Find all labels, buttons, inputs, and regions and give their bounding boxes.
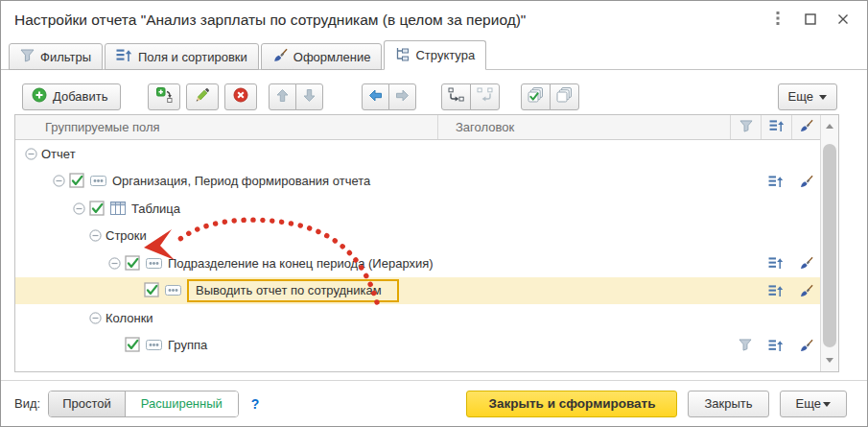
move-right-button[interactable] <box>388 83 416 110</box>
column-header-group-fields: Группируемые поля <box>15 115 438 139</box>
toolbar-more-button[interactable]: Еще <box>778 83 837 110</box>
scroll-down-icon[interactable] <box>826 358 833 367</box>
move-up-button[interactable] <box>269 83 296 110</box>
column-header-appearance <box>791 115 820 139</box>
footer-buttons: Закрыть и сформировать Закрыть Еще <box>466 391 847 417</box>
expander-icon[interactable] <box>108 257 121 270</box>
footer-more-button[interactable]: Еще <box>780 391 847 417</box>
close-form-button[interactable]: Закрыть <box>688 391 768 417</box>
table-header: Группируемые поля Заголовок <box>15 115 820 140</box>
expander-icon[interactable] <box>25 148 37 160</box>
brush-icon <box>799 119 813 135</box>
tree-indent <box>15 208 73 209</box>
filter-cell <box>730 332 761 360</box>
checkbox[interactable] <box>125 337 141 353</box>
check-all-button[interactable] <box>521 83 551 110</box>
fields-sort-cell[interactable] <box>761 277 791 305</box>
view-mode-label: Вид: <box>14 396 40 411</box>
appearance-cell[interactable] <box>791 332 820 360</box>
tab-label: Оформление <box>293 50 371 64</box>
ungroup-button[interactable] <box>470 83 500 110</box>
close-and-generate-button[interactable]: Закрыть и сформировать <box>466 391 677 417</box>
view-mode-advanced-button[interactable]: Расширенный <box>125 391 238 416</box>
help-link[interactable]: ? <box>251 396 260 412</box>
tab-filters[interactable]: Фильтры <box>9 43 103 70</box>
tab-label: Структура <box>415 48 475 62</box>
tree-row[interactable]: Отчет <box>15 140 820 168</box>
uncheck-all-button[interactable] <box>550 83 579 110</box>
delete-button[interactable] <box>224 83 257 110</box>
view-mode-simple-button[interactable]: Простой <box>49 391 125 416</box>
add-button[interactable]: Добавить <box>22 83 121 110</box>
toolbar-more-label: Еще <box>788 89 813 104</box>
expander-icon[interactable] <box>89 229 102 242</box>
fields-sort-cell <box>761 223 791 250</box>
appearance-cell[interactable] <box>791 168 820 196</box>
vertical-scrollbar[interactable] <box>820 115 838 371</box>
tree-cell: Подразделение на конец периода (Иерархия… <box>15 255 438 272</box>
tab-structure[interactable]: Структура <box>384 40 486 70</box>
tree-row[interactable]: Строки <box>15 223 820 250</box>
fields-sort-cell[interactable] <box>761 168 791 196</box>
add-group-button[interactable] <box>148 83 180 110</box>
edit-button[interactable] <box>186 83 219 110</box>
fields-sort-cell <box>761 140 791 168</box>
arrow-down-icon <box>302 88 317 106</box>
tree-row[interactable]: Выводить отчет по сотрудникам <box>15 277 820 305</box>
tree-row[interactable]: Подразделение на конец периода (Иерархия… <box>15 249 820 277</box>
tree-label[interactable]: Строки <box>106 228 147 243</box>
arrow-left-icon <box>368 88 383 106</box>
fields-sort-cell[interactable] <box>761 332 791 360</box>
appearance-cell[interactable] <box>791 277 820 305</box>
tree-label[interactable]: Группа <box>168 338 207 352</box>
tree-row[interactable]: Организация, Период формирования отчета <box>15 168 820 196</box>
tree-label[interactable]: Колонки <box>106 311 153 325</box>
footer: Вид: Простой Расширенный ? Закрыть и сфо… <box>1 380 867 426</box>
chevron-down-icon <box>819 95 827 104</box>
expander-icon[interactable] <box>73 202 85 215</box>
funnel-icon <box>20 49 35 65</box>
move-down-button[interactable] <box>295 83 323 110</box>
expander-icon[interactable] <box>53 175 65 187</box>
checkbox[interactable] <box>69 173 85 189</box>
tree-row[interactable]: Колонки <box>15 304 820 332</box>
check-group <box>521 83 579 110</box>
fields-sort-cell <box>761 304 791 332</box>
appearance-cell[interactable] <box>791 249 820 277</box>
tree-cell: Группа <box>15 337 438 353</box>
group-button[interactable] <box>441 83 471 110</box>
checkbox[interactable] <box>144 282 160 298</box>
fields-badge-icon <box>146 258 162 269</box>
grouping-group <box>441 83 500 110</box>
move-left-button[interactable] <box>362 83 389 110</box>
window-menu-button[interactable] <box>762 8 794 33</box>
table-icon <box>110 202 126 215</box>
scrollbar-thumb[interactable] <box>823 144 836 347</box>
checkbox[interactable] <box>125 255 141 272</box>
expander-icon[interactable] <box>89 312 102 324</box>
tree-label[interactable]: Отчет <box>41 147 76 161</box>
tree-label[interactable]: Подразделение на конец периода (Иерархия… <box>168 256 434 271</box>
table-main: Группируемые поля Заголовок <box>15 115 820 371</box>
tree-label[interactable]: Таблица <box>131 202 180 216</box>
tab-label: Поля и сортировки <box>138 50 247 64</box>
maximize-button[interactable] <box>794 8 827 33</box>
tab-fields-and-sorting[interactable]: Поля и сортировки <box>105 43 259 70</box>
footer-more-label: Еще <box>796 396 821 411</box>
filter-cell <box>730 277 761 305</box>
tree-row[interactable]: Группа <box>15 332 820 360</box>
view-mode-switch: Простой Расширенный <box>48 391 239 417</box>
close-button[interactable] <box>827 8 859 33</box>
arrow-right-icon <box>395 88 410 106</box>
tree-label[interactable]: Выводить отчет по сотрудникам <box>187 279 399 302</box>
checkbox[interactable] <box>89 201 106 217</box>
scroll-up-icon[interactable] <box>826 120 833 129</box>
appearance-cell <box>791 223 820 250</box>
move-horizontal-group <box>362 83 416 110</box>
tree-row[interactable]: Таблица <box>15 195 820 223</box>
fields-sort-cell[interactable] <box>761 249 791 277</box>
close-icon <box>837 12 849 29</box>
tree-label[interactable]: Организация, Период формирования отчета <box>112 174 370 188</box>
add-button-label: Добавить <box>53 89 107 104</box>
tab-appearance[interactable]: Оформление <box>261 43 383 70</box>
